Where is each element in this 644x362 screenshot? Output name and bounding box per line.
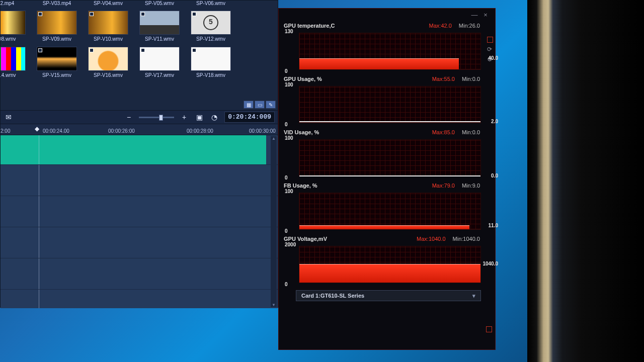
zoom-slider[interactable] [139, 117, 174, 118]
chart-title: GPU Usage, % [284, 76, 322, 82]
close-button[interactable]: × [482, 12, 489, 19]
chart-min: Min:9.0 [462, 183, 480, 189]
chart-ymin: 0 [285, 282, 288, 287]
media-label: V14.wmv [1, 72, 16, 78]
monitor-bezel [527, 0, 644, 362]
clock-icon[interactable]: ◔ [209, 113, 219, 121]
media-label: SP-V12.wmv [196, 36, 225, 42]
media-thumb[interactable] [37, 11, 77, 35]
chart-plot [299, 193, 481, 230]
media-thumb[interactable] [1, 47, 26, 71]
media-label: S2.mp4 [1, 1, 14, 7]
video-clip[interactable] [1, 135, 266, 164]
mail-icon[interactable]: ✉ [4, 113, 14, 121]
media-thumb[interactable] [1, 11, 26, 35]
chart-ymax: 130 [285, 29, 293, 34]
media-thumb[interactable] [191, 11, 231, 35]
chart-title: VID Usage, % [284, 129, 319, 135]
media-label: SP-V06.wmv [196, 1, 225, 7]
chart-plot [299, 86, 481, 123]
chart-max: Max:42.0 [429, 23, 452, 29]
media-label: SP-V11.wmv [145, 36, 174, 42]
view-grid-button[interactable]: ▦ [244, 101, 254, 109]
chart-ymax: 100 [285, 189, 293, 194]
media-label: SP-V05.wmv [145, 1, 174, 7]
media-label: V08.wmv [1, 36, 16, 42]
media-label: SP-V10.wmv [94, 36, 123, 42]
chart-ymin: 0 [285, 228, 288, 234]
edit-button[interactable]: ✎ [266, 101, 276, 109]
chart-current: 11.0 [489, 223, 498, 228]
media-label: SP-V18.wmv [196, 72, 225, 78]
playhead-line [39, 135, 39, 308]
chart-max: Max:55.0 [432, 76, 455, 82]
chart-title: GPU temperature,C [284, 23, 335, 29]
media-thumb[interactable] [37, 47, 77, 71]
chart-ymax: 100 [285, 135, 293, 141]
chart-current: 40.0 [489, 55, 498, 61]
media-thumb[interactable] [88, 47, 128, 71]
zoom-out-icon[interactable]: − [124, 113, 134, 121]
chart-max: Max:85.0 [432, 129, 455, 135]
timeline-vscroll[interactable] [271, 136, 277, 307]
chart-min: Min:0.0 [462, 129, 480, 135]
gpu-chart: GPU temperature,CMax:42.0Min:26.0130040.… [283, 22, 491, 73]
record-toggle[interactable] [487, 37, 493, 43]
gpu-chart: VID Usage, %Max:85.0Min:0.010000.0 [283, 128, 491, 179]
window-titlebar: — × [283, 9, 491, 22]
chart-title: GPU Voltage,mV [284, 236, 327, 242]
timecode-display: 0:20:24:009 [224, 112, 275, 123]
media-thumb[interactable] [139, 47, 180, 71]
chart-current: 2.0 [491, 119, 498, 124]
timeline-tracks[interactable] [1, 135, 278, 308]
video-editor-window: S2.mp4 SP-V03.mp4 SP-V04.wmv SP-V05.wmv … [0, 0, 278, 308]
timeline-toolbar: ✉ − + ▣ ◔ 0:20:24:009 [1, 110, 278, 124]
chart-min: Min:26.0 [459, 23, 480, 29]
gpu-card-label: Card 1:GT610-SL Series [301, 293, 364, 299]
media-label: SP-V16.wmv [94, 72, 123, 78]
chart-ymin: 0 [285, 68, 288, 74]
media-label: SP-V09.wmv [42, 36, 71, 42]
chart-max: Max:1040.0 [417, 236, 445, 242]
media-toolbar: ▦ ▭ ✎ [1, 99, 278, 110]
view-list-button[interactable]: ▭ [255, 101, 265, 109]
minimize-button[interactable]: — [471, 12, 478, 19]
chart-ymin: 0 [285, 122, 288, 127]
chart-ymax: 2000 [285, 242, 296, 247]
chart-max: Max:79.0 [432, 183, 455, 189]
chart-ymin: 0 [285, 175, 288, 180]
chart-current: 0.0 [491, 173, 498, 178]
timeline-ruler[interactable]: 2:00 ◆ 00:00:24.00 00:00:26:00 00:00:28:… [1, 124, 278, 135]
media-label: SP-V17.wmv [145, 72, 174, 78]
chart-plot [299, 33, 481, 70]
ruler-tick: 00:00:30:00 [249, 128, 276, 134]
gpu-chart: GPU Voltage,mVMax:1040.0Min:1040.0200001… [283, 235, 491, 286]
media-label: SP-V15.wmv [42, 72, 71, 78]
ruler-tick: 00:00:26:00 [108, 128, 135, 134]
media-label: SP-V03.mp4 [43, 1, 71, 7]
reload-icon[interactable]: ⟳ [486, 46, 493, 53]
ruler-tick: 00:00:28:00 [187, 128, 213, 134]
gpu-monitor-window: — × ⟳ ⚙ GPU temperature,CMax:42.0Min:26.… [278, 8, 496, 350]
media-thumb[interactable] [191, 47, 231, 71]
chart-min: Min:0.0 [462, 76, 480, 82]
chart-min: Min:1040.0 [453, 236, 480, 242]
zoom-fit-icon[interactable]: ▣ [194, 113, 204, 121]
gpu-card-selector[interactable]: Card 1:GT610-SL Series [296, 290, 481, 301]
record-toggle-bottom[interactable] [486, 326, 492, 332]
playhead-icon[interactable]: ◆ [35, 125, 39, 132]
chart-plot [299, 246, 481, 283]
gpu-chart: FB Usage, %Max:79.0Min:9.0100011.0 [283, 182, 491, 233]
chart-plot [299, 139, 481, 176]
chart-title: FB Usage, % [284, 183, 317, 189]
media-thumb[interactable] [139, 11, 180, 35]
chart-current: 1040.0 [482, 261, 498, 266]
ruler-tick: 00:00:24.00 [43, 128, 69, 134]
ruler-tick: 2:00 [1, 128, 10, 134]
media-thumb[interactable] [88, 11, 128, 35]
zoom-in-icon[interactable]: + [179, 113, 189, 121]
media-label: SP-V04.wmv [94, 1, 123, 7]
media-browser: S2.mp4 SP-V03.mp4 SP-V04.wmv SP-V05.wmv … [1, 1, 278, 99]
gpu-chart: GPU Usage, %Max:55.0Min:0.010002.0 [283, 75, 491, 126]
chart-ymax: 100 [285, 82, 293, 87]
